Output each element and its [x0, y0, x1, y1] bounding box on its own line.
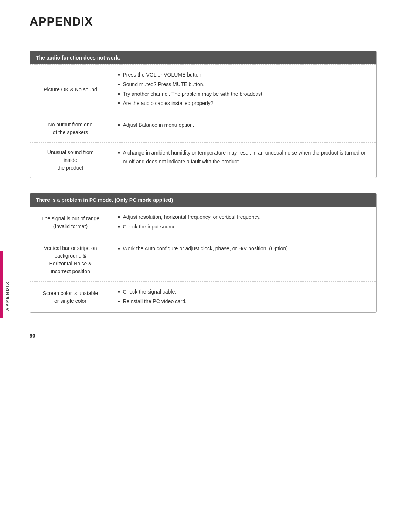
bullet-text: Press the VOL or VOLUME button. [123, 71, 203, 79]
bullet-item: Sound muted? Press MUTE button. [118, 80, 370, 89]
row-content: Work the Auto configure or adjust clock,… [111, 238, 376, 281]
bullet-item: Check the input source. [118, 223, 370, 231]
bullet-item: Adjust Balance in menu option. [118, 121, 370, 130]
row-content: A change in ambient humidity or temperat… [111, 143, 376, 178]
row-label: Vertical bar or stripe on background & H… [30, 238, 111, 281]
bullet-item: Adjust resolution, horizontal frequency,… [118, 213, 370, 222]
side-label-container: APPENDIX [0, 259, 15, 333]
label-text: Picture OK & No sound [44, 86, 97, 94]
side-label: APPENDIX [5, 281, 10, 311]
bullet-text: Are the audio cables installed properly? [123, 99, 213, 108]
label-text: Vertical bar or stripe on background & H… [44, 244, 97, 275]
table-row: Screen color is unstable or single color… [30, 281, 376, 313]
bullet-item: Press the VOL or VOLUME button. [118, 71, 370, 79]
row-label: Screen color is unstable or single color [30, 282, 111, 313]
bullet-text: Check the input source. [123, 223, 177, 231]
row-content: Check the signal cable. Reinstall the PC… [111, 282, 376, 313]
bullet-item: Work the Auto configure or adjust clock,… [118, 244, 370, 253]
bullet-item: Reinstall the PC video card. [118, 297, 370, 306]
bullet-item: Check the signal cable. [118, 288, 370, 297]
row-label: No output from one of the speakers [30, 115, 111, 142]
table-row: The signal is out of range (Invalid form… [30, 207, 376, 238]
bullet-text: A change in ambient humidity or temperat… [123, 149, 370, 166]
row-label: The signal is out of range (Invalid form… [30, 207, 111, 238]
label-text: Screen color is unstable or single color [43, 289, 98, 305]
bullet-text: Sound muted? Press MUTE button. [123, 80, 204, 89]
bullet-text: Check the signal cable. [123, 288, 176, 297]
label-text: Unusual sound from inside the product [47, 149, 93, 172]
bullet-text: Adjust resolution, horizontal frequency,… [123, 213, 260, 222]
table-row: Unusual sound from inside the product A … [30, 142, 376, 178]
label-text: No output from one of the speakers [48, 121, 93, 136]
audio-function-table: The audio function does not work. Pictur… [30, 51, 377, 178]
table-row: Vertical bar or stripe on background & H… [30, 238, 376, 281]
audio-table-header: The audio function does not work. [30, 51, 376, 64]
bullet-item: Try another channel. The problem may be … [118, 90, 370, 99]
table-row: No output from one of the speakers Adjus… [30, 115, 376, 142]
bullet-item: A change in ambient humidity or temperat… [118, 149, 370, 166]
row-content: Adjust resolution, horizontal frequency,… [111, 207, 376, 238]
row-content: Adjust Balance in menu option. [111, 115, 376, 142]
bullet-text: Work the Auto configure or adjust clock,… [123, 244, 287, 253]
bullet-item: Are the audio cables installed properly? [118, 99, 370, 108]
table-row: Picture OK & No sound Press the VOL or V… [30, 64, 376, 115]
page-title: APPENDIX [30, 15, 377, 28]
bullet-text: Reinstall the PC video card. [123, 297, 187, 306]
pc-table-header: There is a problem in PC mode. (Only PC … [30, 193, 376, 207]
label-text: The signal is out of range (Invalid form… [41, 215, 99, 230]
page-number: 90 [30, 333, 35, 339]
row-label: Unusual sound from inside the product [30, 143, 111, 178]
pc-mode-table: There is a problem in PC mode. (Only PC … [30, 193, 377, 313]
row-content: Press the VOL or VOLUME button. Sound mu… [111, 65, 376, 115]
row-label: Picture OK & No sound [30, 65, 111, 115]
page-container: APPENDIX The audio function does not wor… [0, 0, 399, 350]
bullet-text: Adjust Balance in menu option. [123, 121, 194, 130]
bullet-text: Try another channel. The problem may be … [123, 90, 263, 99]
